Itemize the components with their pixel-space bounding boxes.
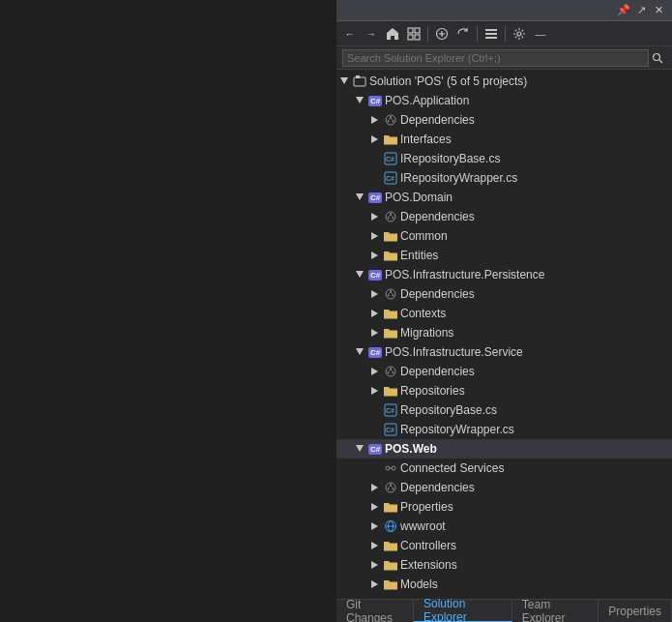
sync-button[interactable]: [404, 24, 424, 44]
item-label-pos-infra-svc: POS.Infrastructure.Service: [385, 345, 523, 359]
expand-icon-app-irepowrap: [367, 170, 383, 186]
tab-git-changes[interactable]: Git Changes: [336, 600, 414, 622]
expand-icon-dom-common[interactable]: [367, 228, 383, 244]
titlebar-actions: 📌 ↗ ✕: [616, 3, 666, 18]
tree-item-pos-domain[interactable]: C#POS.Domain: [336, 188, 672, 207]
refresh-button[interactable]: [453, 24, 473, 44]
expand-icon-web-deps[interactable]: [367, 480, 383, 495]
svg-point-68: [390, 484, 392, 486]
tree-item-pos-app[interactable]: C#POS.Application: [336, 91, 672, 110]
item-label-pos-app: POS.Application: [385, 94, 469, 107]
item-icon-solution: [352, 74, 367, 89]
settings-button[interactable]: [510, 24, 529, 44]
tab-properties[interactable]: Properties: [599, 600, 672, 622]
item-icon-app-deps: [383, 112, 398, 128]
svg-marker-38: [371, 252, 378, 259]
tree-item-web-controllers[interactable]: Controllers: [336, 536, 672, 555]
expand-icon-dom-deps[interactable]: [367, 209, 383, 224]
expand-icon-ip-migrations[interactable]: [367, 325, 383, 341]
expand-icon-web-props[interactable]: [367, 499, 383, 515]
svg-point-43: [388, 295, 390, 297]
expand-icon-ip-deps[interactable]: [367, 286, 383, 302]
expand-icon-pos-infra-persist[interactable]: [352, 267, 367, 282]
item-icon-app-irepowrap: C#: [383, 170, 398, 186]
expand-icon-is-deps[interactable]: [367, 364, 383, 379]
expand-icon-ip-contexts[interactable]: [367, 306, 383, 321]
search-input[interactable]: [342, 49, 649, 67]
tree-item-web-deps[interactable]: Dependencies: [336, 478, 672, 497]
back-button[interactable]: ←: [340, 24, 360, 44]
expand-icon-web-extensions[interactable]: [367, 557, 383, 573]
item-label-is-repowrap: RepositoryWrapper.cs: [400, 423, 514, 436]
expand-icon-app-deps[interactable]: [367, 112, 383, 128]
expand-icon-web-controllers[interactable]: [367, 538, 383, 553]
item-label-web-extensions: Extensions: [400, 558, 457, 572]
tree-item-is-repos[interactable]: Repositories: [336, 381, 672, 400]
tree-item-dom-common[interactable]: Common: [336, 226, 672, 246]
svg-line-36: [391, 215, 394, 218]
svg-marker-50: [371, 368, 378, 375]
expand-icon-pos-app[interactable]: [352, 93, 367, 108]
svg-rect-14: [354, 77, 365, 86]
expand-icon-is-repos[interactable]: [367, 383, 383, 399]
search-icon-button[interactable]: [649, 49, 666, 67]
svg-line-35: [389, 215, 392, 218]
pin-button[interactable]: 📌: [616, 3, 631, 18]
tree-item-pos-infra-persist[interactable]: C#POS.Infrastructure.Persistence: [336, 265, 672, 284]
svg-rect-0: [408, 28, 413, 33]
tree-item-pos-infra-svc[interactable]: C#POS.Infrastructure.Service: [336, 342, 672, 362]
item-icon-web-extensions: [383, 557, 398, 573]
tree-item-web-connected[interactable]: Connected Services: [336, 459, 672, 478]
expand-icon-pos-infra-svc[interactable]: [352, 344, 367, 360]
float-button[interactable]: ↗: [633, 3, 649, 18]
item-icon-web-deps: [383, 480, 398, 495]
item-icon-pos-infra-svc: C#: [367, 344, 383, 360]
tree-item-ip-contexts[interactable]: Contexts: [336, 304, 672, 323]
tree-item-app-deps[interactable]: Dependencies: [336, 110, 672, 130]
expand-icon-solution[interactable]: [336, 74, 352, 89]
tree-item-app-irepobase[interactable]: C#IRepositoryBase.cs: [336, 149, 672, 168]
expand-icon-pos-domain[interactable]: [352, 190, 367, 205]
tree-container[interactable]: Solution 'POS' (5 of 5 projects)C#POS.Ap…: [336, 70, 672, 599]
tab-solution-explorer[interactable]: Solution Explorer: [414, 600, 512, 622]
expand-icon-app-ifaces[interactable]: [367, 132, 383, 147]
tree-item-web-extensions[interactable]: Extensions: [336, 555, 672, 575]
home-button[interactable]: [383, 24, 402, 44]
tree-item-app-irepowrap[interactable]: C#IRepositoryWrapper.cs: [336, 168, 672, 188]
forward-button[interactable]: →: [362, 24, 381, 44]
svg-point-20: [388, 121, 390, 123]
expand-icon-web-wwwroot[interactable]: [367, 518, 383, 534]
svg-rect-9: [485, 37, 497, 39]
tree-item-is-repowrap[interactable]: C#RepositoryWrapper.cs: [336, 420, 672, 439]
item-icon-dom-deps: [383, 209, 398, 224]
add-button[interactable]: [432, 24, 452, 44]
svg-point-52: [390, 368, 392, 370]
item-icon-web-wwwroot: [383, 518, 398, 534]
svg-point-10: [517, 32, 521, 36]
item-label-web-controllers: Controllers: [400, 539, 456, 552]
tree-item-dom-entities[interactable]: Entities: [336, 246, 672, 265]
more-button[interactable]: —: [531, 24, 550, 44]
tree-item-web-props[interactable]: Properties: [336, 497, 672, 517]
svg-point-63: [386, 466, 390, 470]
item-label-pos-infra-persist: POS.Infrastructure.Persistence: [385, 268, 544, 281]
tree-item-ip-deps[interactable]: Dependencies: [336, 284, 672, 304]
close-button[interactable]: ✕: [651, 3, 666, 18]
tree-item-dom-deps[interactable]: Dependencies: [336, 207, 672, 226]
item-icon-app-ifaces: [383, 132, 398, 147]
tree-item-pos-web[interactable]: C#POS.Web: [336, 439, 672, 459]
tree-item-app-ifaces[interactable]: Interfaces: [336, 130, 672, 149]
switch-view-button[interactable]: [482, 24, 501, 44]
expand-icon-pos-web[interactable]: [352, 441, 367, 457]
expand-icon-dom-entities[interactable]: [367, 248, 383, 263]
tree-item-is-repobase[interactable]: C#RepositoryBase.cs: [336, 400, 672, 420]
svg-marker-74: [371, 522, 378, 530]
expand-icon-web-models[interactable]: [367, 577, 383, 592]
tree-item-web-models[interactable]: Models: [336, 575, 672, 594]
tree-item-web-wwwroot[interactable]: wwwroot: [336, 517, 672, 536]
tree-item-is-deps[interactable]: Dependencies: [336, 362, 672, 381]
tab-team-explorer[interactable]: Team Explorer: [512, 600, 599, 622]
tree-item-solution[interactable]: Solution 'POS' (5 of 5 projects): [336, 72, 672, 91]
tree-item-ip-migrations[interactable]: Migrations: [336, 323, 672, 342]
svg-point-11: [654, 53, 660, 60]
